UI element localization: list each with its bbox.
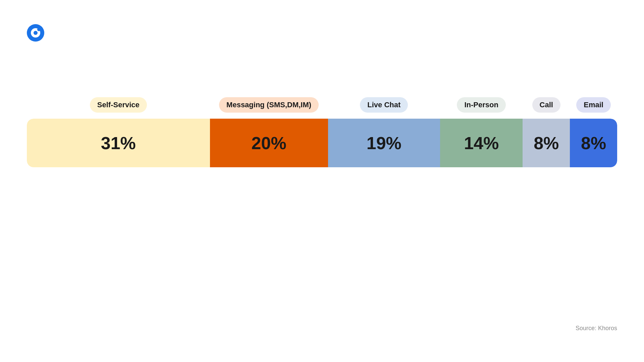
labels-row: Self-ServiceMessaging (SMS,DM,IM)Live Ch… bbox=[27, 97, 617, 113]
bar-value-self-service: 31% bbox=[101, 133, 136, 153]
label-self-service: Self-Service bbox=[27, 97, 210, 113]
label-live-chat: Live Chat bbox=[328, 97, 440, 113]
bar-segment-live-chat: 19% bbox=[328, 119, 440, 167]
badge-messaging: Messaging (SMS,DM,IM) bbox=[219, 97, 319, 113]
badge-in-person: In-Person bbox=[457, 97, 505, 113]
svg-point-2 bbox=[34, 31, 38, 35]
bar-value-call: 8% bbox=[534, 133, 559, 153]
bar-value-email: 8% bbox=[581, 133, 606, 153]
badge-self-service: Self-Service bbox=[90, 97, 147, 113]
bar-row: 31%20%19%14%8%8% bbox=[27, 119, 617, 167]
badge-email: Email bbox=[576, 97, 611, 113]
bar-value-messaging: 20% bbox=[252, 133, 286, 153]
label-call: Call bbox=[523, 97, 570, 113]
svg-point-3 bbox=[37, 28, 41, 31]
badge-call: Call bbox=[532, 97, 560, 113]
label-messaging: Messaging (SMS,DM,IM) bbox=[210, 97, 328, 113]
label-email: Email bbox=[570, 97, 617, 113]
bar-segment-messaging: 20% bbox=[210, 119, 328, 167]
bar-value-in-person: 14% bbox=[464, 133, 499, 153]
chart-container: Self-ServiceMessaging (SMS,DM,IM)Live Ch… bbox=[27, 97, 617, 167]
label-in-person: In-Person bbox=[440, 97, 523, 113]
bar-segment-call: 8% bbox=[523, 119, 570, 167]
bar-segment-self-service: 31% bbox=[27, 119, 210, 167]
source-text: Source: Khoros bbox=[576, 325, 617, 332]
badge-live-chat: Live Chat bbox=[360, 97, 408, 113]
bar-segment-email: 8% bbox=[570, 119, 617, 167]
logo bbox=[27, 24, 44, 42]
bar-segment-in-person: 14% bbox=[440, 119, 523, 167]
bar-value-live-chat: 19% bbox=[367, 133, 401, 153]
